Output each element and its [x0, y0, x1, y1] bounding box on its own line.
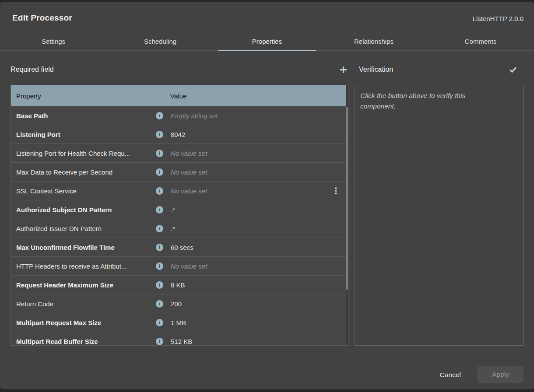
property-name: SSL Context Service	[11, 187, 150, 195]
property-row[interactable]: Authorized Subject DN Pattern i .*	[11, 200, 348, 219]
tab-label: Scheduling	[144, 38, 176, 45]
verification-placeholder: Click the button above to verify this co…	[360, 91, 500, 112]
verification-panel-header: Verification	[355, 51, 523, 85]
page-title: Edit Processor	[12, 13, 72, 23]
tab-comments[interactable]: Comments	[427, 32, 534, 50]
tab-label: Properties	[252, 38, 282, 45]
tab-settings[interactable]: Settings	[0, 32, 107, 50]
plus-icon	[339, 66, 348, 74]
required-field-label: Required field	[11, 66, 54, 74]
property-row[interactable]: Listening Port i 8042	[11, 125, 348, 144]
info-circle-icon[interactable]: i	[156, 300, 163, 308]
property-row[interactable]: Request Header Maximum Size i 8 KB	[11, 276, 348, 294]
properties-panel: Required field Property Value Base Path …	[11, 51, 348, 346]
tab-relationships[interactable]: Relationships	[320, 32, 427, 50]
tab-label: Comments	[465, 38, 497, 45]
property-name: Multipart Read Buffer Size	[11, 338, 150, 345]
property-value[interactable]: .*	[171, 225, 348, 232]
tab-scheduling[interactable]: Scheduling	[107, 32, 214, 50]
info-circle-icon[interactable]: i	[156, 319, 163, 326]
properties-table-body: Base Path i Empty string set Listening P…	[11, 106, 348, 346]
property-name: Max Data to Receive per Second	[11, 168, 150, 176]
property-row[interactable]: Return Code i 200	[11, 294, 348, 313]
info-circle-icon[interactable]: i	[156, 131, 163, 138]
property-value[interactable]: 60 secs	[171, 244, 348, 251]
property-value[interactable]: No value set	[171, 168, 348, 176]
info-circle-icon[interactable]: i	[156, 187, 163, 195]
property-name: Authorized Subject DN Pattern	[11, 206, 150, 214]
check-icon	[509, 65, 517, 74]
info-circle-icon[interactable]: i	[156, 338, 163, 345]
add-property-button[interactable]	[338, 64, 348, 75]
property-row[interactable]: Base Path i Empty string set	[11, 106, 348, 125]
dialog-header: Edit Processor ListenHTTP 2.0.0	[0, 2, 534, 23]
property-row[interactable]: Listening Port for Health Check Requ... …	[11, 144, 348, 163]
property-name: Return Code	[11, 300, 150, 308]
tab-label: Relationships	[354, 38, 393, 45]
property-row[interactable]: Multipart Request Max Size i 1 MB	[11, 313, 348, 332]
processor-version: ListenHTTP 2.0.0	[473, 15, 523, 23]
info-circle-icon[interactable]: i	[156, 112, 163, 119]
property-value[interactable]: No value set	[171, 262, 348, 270]
tab-bar: Settings Scheduling Properties Relations…	[0, 32, 534, 51]
property-value[interactable]: 512 KB	[171, 338, 348, 345]
property-row[interactable]: HTTP Headers to receive as Attribut... i…	[11, 257, 348, 276]
property-row[interactable]: Max Data to Receive per Second i No valu…	[11, 163, 348, 182]
property-row[interactable]: SSL Context Service i No value set	[11, 182, 348, 200]
property-name: Authorized Issuer DN Pattern	[11, 225, 150, 232]
property-value[interactable]: .*	[171, 206, 348, 214]
info-circle-icon[interactable]: i	[156, 281, 163, 289]
property-name: Listening Port	[11, 131, 150, 138]
property-name: Listening Port for Health Check Requ...	[11, 150, 150, 157]
column-header-property: Property	[11, 92, 165, 100]
property-value[interactable]: No value set	[171, 187, 335, 195]
dialog-content: Required field Property Value Base Path …	[0, 51, 534, 346]
info-circle-icon[interactable]: i	[156, 225, 163, 232]
dialog-footer: Cancel Apply	[0, 346, 534, 389]
property-name: Max Unconfirmed Flowfile Time	[11, 244, 150, 251]
apply-button[interactable]: Apply	[478, 366, 523, 383]
column-header-value: Value	[165, 92, 348, 100]
info-circle-icon[interactable]: i	[156, 168, 163, 176]
properties-panel-header: Required field	[11, 51, 348, 85]
tab-properties[interactable]: Properties	[214, 32, 320, 50]
info-circle-icon[interactable]: i	[156, 262, 163, 270]
verification-results: Click the button above to verify this co…	[355, 85, 523, 346]
tab-label: Settings	[42, 38, 65, 45]
verification-label: Verification	[359, 66, 393, 74]
verify-button[interactable]	[508, 64, 518, 75]
info-circle-icon[interactable]: i	[156, 244, 163, 251]
properties-table-header: Property Value	[11, 85, 348, 106]
property-row[interactable]: Authorized Issuer DN Pattern i .*	[11, 219, 348, 238]
property-row[interactable]: Multipart Read Buffer Size i 512 KB	[11, 332, 348, 346]
verification-panel: Verification Click the button above to v…	[355, 51, 523, 346]
cancel-button[interactable]: Cancel	[439, 367, 462, 383]
property-name: HTTP Headers to receive as Attribut...	[11, 262, 150, 270]
property-value[interactable]: 8 KB	[171, 281, 348, 289]
edit-processor-dialog: Edit Processor ListenHTTP 2.0.0 Settings…	[0, 2, 534, 389]
property-row[interactable]: Max Unconfirmed Flowfile Time i 60 secs	[11, 238, 348, 257]
property-value[interactable]: 200	[171, 300, 348, 308]
info-circle-icon[interactable]: i	[156, 150, 163, 157]
table-scrollbar[interactable]	[346, 85, 348, 345]
property-value[interactable]: Empty string set	[171, 112, 348, 119]
property-value[interactable]: 1 MB	[171, 319, 348, 326]
property-name: Multipart Request Max Size	[11, 319, 150, 326]
property-value[interactable]: 8042	[171, 131, 348, 138]
scrollbar-thumb[interactable]	[346, 107, 348, 290]
info-circle-icon[interactable]: i	[156, 206, 163, 214]
property-name: Request Header Maximum Size	[11, 281, 150, 289]
properties-table: Property Value Base Path i Empty string …	[11, 85, 348, 346]
property-name: Base Path	[11, 112, 150, 119]
property-value[interactable]: No value set	[171, 150, 348, 157]
